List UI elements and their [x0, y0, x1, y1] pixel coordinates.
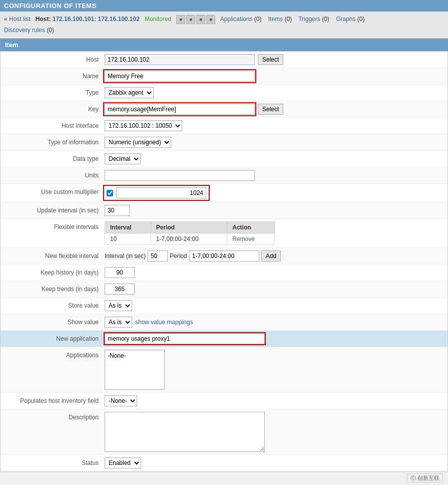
triggers-link[interactable]: Triggers	[298, 16, 320, 23]
new-application-controls	[105, 333, 443, 344]
description-row: Description	[1, 409, 447, 455]
type-select[interactable]: Zabbix agent	[105, 87, 154, 98]
new-application-row: New application	[1, 331, 447, 347]
type-row: Type Zabbix agent	[1, 85, 447, 101]
flexible-intervals-label: Flexible intervals	[5, 221, 105, 230]
keep-history-controls	[105, 267, 443, 278]
nav-icons: ■ ■ ■ ■	[176, 15, 215, 24]
host-link[interactable]: 172.16.100.101: 172.16.100.102	[53, 16, 140, 23]
nav-icon-1[interactable]: ■	[176, 15, 185, 24]
store-value-label: Store value	[5, 300, 105, 309]
host-list-link[interactable]: Host list	[9, 16, 31, 23]
form-container: Host Select Name Type Zabbix agent Key S…	[0, 51, 448, 472]
new-flexible-label: New flexible interval	[5, 251, 105, 260]
items-link[interactable]: Items	[268, 16, 283, 23]
multiplier-input[interactable]	[116, 187, 206, 198]
description-controls	[105, 412, 443, 452]
discovery-link[interactable]: Discovery rules	[4, 27, 45, 34]
new-flexible-controls: Interval (in sec) Period Add	[105, 251, 443, 262]
data-type-row: Data type Decimal	[1, 151, 447, 167]
host-interface-controls: 172.16.100.102 : 10050	[105, 120, 443, 131]
nav-icon-4[interactable]: ■	[206, 15, 215, 24]
status-label: Status	[5, 457, 105, 466]
name-label: Name	[5, 71, 105, 80]
update-interval-row: Update interval (in sec)	[1, 202, 447, 219]
keep-trends-label: Keep trends (in days)	[5, 284, 105, 293]
applications-label: Applications	[5, 350, 105, 359]
name-controls	[105, 71, 443, 82]
interval-in-sec-label: Interval (in sec)	[105, 253, 146, 260]
new-flexible-row: New flexible interval Interval (in sec) …	[1, 248, 447, 265]
key-input[interactable]	[105, 104, 255, 115]
host-input[interactable]	[105, 54, 255, 65]
applications-select[interactable]: -None-	[106, 351, 163, 389]
type-of-info-label: Type of information	[5, 137, 105, 146]
multiplier-checkbox[interactable]	[107, 190, 113, 196]
flexible-intervals-table: Interval Period Action 10 1-7,00:00-24:0…	[105, 221, 275, 245]
graphs-link[interactable]: Graphs	[336, 16, 355, 23]
key-row: Key Select	[1, 101, 447, 118]
table-row: 10 1-7,00:00-24:00 Remove	[105, 233, 275, 245]
new-period-input[interactable]	[189, 251, 259, 262]
multiplier-wrap	[105, 186, 208, 199]
key-controls: Select	[105, 104, 443, 115]
units-label: Units	[5, 170, 105, 179]
keep-trends-input[interactable]	[105, 284, 135, 295]
status-select[interactable]: Enabled	[105, 457, 141, 468]
populates-host-label: Populates host inventory field	[5, 395, 105, 404]
footer: ⓒ 创新互联	[0, 472, 448, 484]
populates-host-row: Populates host inventory field -None-	[1, 393, 447, 409]
update-interval-input[interactable]	[105, 205, 130, 216]
type-of-info-row: Type of information Numeric (unsigned)	[1, 134, 447, 151]
period-label: Period	[170, 253, 187, 260]
host-interface-select[interactable]: 172.16.100.102 : 10050	[105, 120, 182, 131]
status-controls: Enabled	[105, 457, 443, 468]
breadcrumb: « Host list Host: 172.16.100.101: 172.16…	[0, 12, 448, 39]
populates-host-select[interactable]: -None-	[105, 395, 137, 406]
applications-controls: -None-	[105, 350, 443, 390]
store-value-controls: As is	[105, 300, 443, 311]
applications-row: Applications -None-	[1, 347, 447, 393]
col-action: Action	[227, 222, 275, 233]
units-input[interactable]	[105, 170, 255, 181]
applications-list[interactable]: -None-	[105, 350, 165, 390]
page-header: CONFIGURATION OF ITEMS	[0, 0, 448, 12]
data-type-controls: Decimal	[105, 153, 443, 164]
new-interval-input[interactable]	[148, 251, 168, 262]
type-controls: Zabbix agent	[105, 87, 443, 98]
flexible-intervals-controls: Interval Period Action 10 1-7,00:00-24:0…	[105, 221, 443, 245]
name-row: Name	[1, 68, 447, 85]
multiplier-controls	[105, 186, 443, 199]
description-textarea[interactable]	[105, 412, 265, 452]
show-value-controls: As is show value mappings	[105, 317, 443, 328]
show-value-mappings-link[interactable]: show value mappings	[135, 319, 193, 326]
store-value-select[interactable]: As is	[105, 300, 132, 311]
applications-link[interactable]: Applications	[220, 16, 253, 23]
keep-history-row: Keep history (in days)	[1, 265, 447, 281]
new-application-label: New application	[5, 333, 105, 342]
data-type-select[interactable]: Decimal	[105, 153, 141, 164]
keep-history-input[interactable]	[105, 267, 135, 278]
keep-history-label: Keep history (in days)	[5, 267, 105, 276]
name-input[interactable]	[105, 71, 255, 82]
period-cell: 1-7,00:00-24:00	[151, 233, 227, 245]
new-application-input[interactable]	[105, 333, 265, 344]
type-of-info-controls: Numeric (unsigned)	[105, 137, 443, 148]
nav-icon-2[interactable]: ■	[186, 15, 195, 24]
show-value-select[interactable]: As is	[105, 317, 132, 328]
remove-link[interactable]: Remove	[232, 235, 255, 242]
host-select-button[interactable]: Select	[258, 54, 283, 65]
host-label: Host: 172.16.100.101: 172.16.100.102	[36, 16, 142, 23]
update-interval-controls	[105, 205, 443, 216]
units-row: Units	[1, 167, 447, 184]
add-button[interactable]: Add	[261, 251, 281, 262]
key-select-button[interactable]: Select	[258, 104, 283, 115]
status-row: Status Enabled	[1, 455, 447, 471]
show-value-label: Show value	[5, 317, 105, 326]
interval-cell: 10	[105, 233, 151, 245]
host-row: Host Select	[1, 52, 447, 68]
host-interface-row: Host interface 172.16.100.102 : 10050	[1, 118, 447, 134]
nav-icon-3[interactable]: ■	[196, 15, 205, 24]
update-interval-label: Update interval (in sec)	[5, 205, 105, 214]
type-of-info-select[interactable]: Numeric (unsigned)	[105, 137, 171, 148]
